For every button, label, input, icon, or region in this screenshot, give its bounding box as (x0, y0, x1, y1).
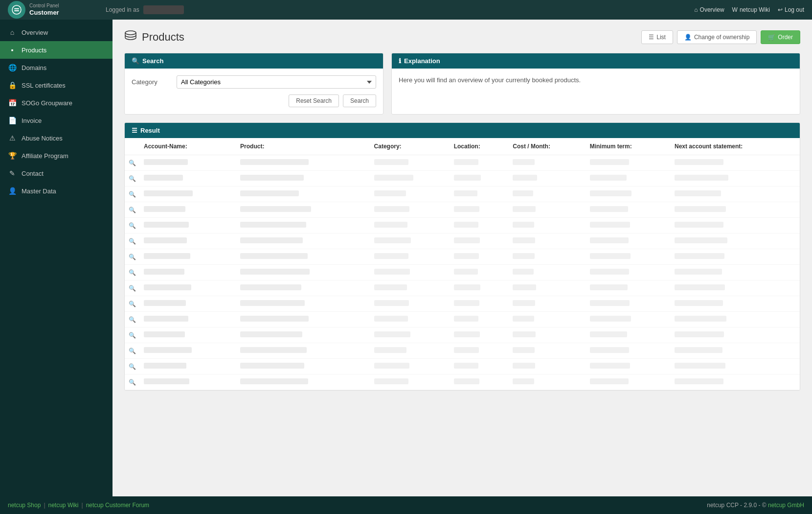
list-button[interactable]: ☰ List (641, 30, 673, 44)
col-icon (125, 138, 140, 155)
table-row: 🔍 (125, 249, 800, 265)
row-product (236, 171, 370, 187)
row-search-icon[interactable]: 🔍 (125, 296, 140, 312)
main-content: Products ☰ List 👤 Change of ownership 🛒 … (113, 20, 812, 496)
row-search-icon[interactable]: 🔍 (125, 249, 140, 265)
reset-search-button[interactable]: Reset Search (289, 94, 339, 107)
row-next-statement (671, 312, 800, 327)
row-minimum-term (586, 218, 671, 234)
overview-link[interactable]: ⌂ Overview (694, 6, 724, 13)
row-minimum-term (586, 343, 671, 359)
explanation-panel-header: ℹ Explanation (392, 53, 800, 69)
sidebar-item-products[interactable]: ▪Products (0, 41, 113, 59)
logout-link[interactable]: ↩ Log out (778, 6, 804, 13)
top-navbar: Control Panel Customer Logged in as ⌂ Ov… (0, 0, 812, 20)
row-category (370, 343, 450, 359)
sidebar-icon-contact: ✎ (8, 169, 17, 177)
content-row: 🔍 Search Category All CategoriesvServerW… (124, 53, 800, 115)
page-actions: ☰ List 👤 Change of ownership 🛒 Order (641, 30, 800, 44)
row-search-icon[interactable]: 🔍 (125, 343, 140, 359)
table-row: 🔍 (125, 280, 800, 296)
sidebar-label-products: Products (22, 47, 46, 54)
row-product (236, 155, 370, 171)
row-minimum-term (586, 187, 671, 202)
row-location (450, 280, 509, 296)
row-category (370, 187, 450, 202)
row-account-name (140, 327, 236, 343)
row-search-icon[interactable]: 🔍 (125, 155, 140, 171)
row-category (370, 312, 450, 327)
footer-copyright: netcup CCP - 2.9.0 - © netcup GmbH (707, 502, 804, 509)
search-button[interactable]: Search (343, 94, 376, 107)
brand-text: Control Panel Customer (29, 3, 59, 17)
table-row: 🔍 (125, 359, 800, 374)
row-next-statement (671, 327, 800, 343)
result-panel: ☰ Result Account-Name: Product: Category… (124, 122, 800, 391)
sidebar-item-ssl[interactable]: 🔒SSL certificates (0, 76, 113, 94)
footer-sep-1: | (44, 502, 45, 509)
row-category (370, 249, 450, 265)
footer-company-link[interactable]: netcup GmbH (768, 502, 804, 509)
footer-sep-2: | (82, 502, 83, 509)
row-next-statement (671, 265, 800, 280)
row-cost-month (509, 296, 586, 312)
row-cost-month (509, 343, 586, 359)
row-minimum-term (586, 296, 671, 312)
sidebar-item-sogo[interactable]: 📅SOGo Groupware (0, 94, 113, 112)
row-product (236, 374, 370, 390)
row-search-icon[interactable]: 🔍 (125, 218, 140, 234)
row-search-icon[interactable]: 🔍 (125, 374, 140, 390)
category-select[interactable]: All CategoriesvServerWebhostingDomainsSS… (177, 75, 376, 89)
sidebar-item-masterdata[interactable]: 👤Master Data (0, 182, 113, 200)
row-product (236, 187, 370, 202)
table-row: 🔍 (125, 218, 800, 234)
row-next-statement (671, 155, 800, 171)
svg-rect-2 (14, 10, 19, 11)
footer-shop-link[interactable]: netcup Shop (8, 502, 41, 509)
sidebar-icon-masterdata: 👤 (8, 187, 17, 195)
row-search-icon[interactable]: 🔍 (125, 359, 140, 374)
row-next-statement (671, 343, 800, 359)
result-table: Account-Name: Product: Category: Locatio… (125, 138, 800, 390)
brand-icon (8, 1, 25, 19)
col-cost-month: Cost / Month: (509, 138, 586, 155)
sidebar-item-domains[interactable]: 🌐Domains (0, 59, 113, 76)
page-title-icon (124, 29, 137, 45)
sidebar-item-affiliate[interactable]: 🏆Affiliate Program (0, 147, 113, 164)
row-location (450, 312, 509, 327)
home-icon: ⌂ (694, 6, 698, 13)
wiki-link[interactable]: W netcup Wiki (732, 6, 770, 13)
row-search-icon[interactable]: 🔍 (125, 280, 140, 296)
row-category (370, 202, 450, 218)
row-location (450, 234, 509, 249)
row-search-icon[interactable]: 🔍 (125, 187, 140, 202)
row-search-icon[interactable]: 🔍 (125, 265, 140, 280)
change-ownership-button[interactable]: 👤 Change of ownership (677, 30, 757, 44)
footer: netcup Shop | netcup Wiki | netcup Custo… (0, 496, 812, 514)
sidebar-item-overview[interactable]: ⌂Overview (0, 23, 113, 41)
info-icon: ℹ (399, 57, 401, 65)
row-minimum-term (586, 265, 671, 280)
row-search-icon[interactable]: 🔍 (125, 312, 140, 327)
sidebar-item-invoice[interactable]: 📄Invoice (0, 112, 113, 129)
order-button[interactable]: 🛒 Order (761, 30, 800, 44)
sidebar-item-contact[interactable]: ✎Contact (0, 164, 113, 182)
sidebar-label-abuse: Abuse Notices (22, 135, 63, 142)
table-row: 🔍 (125, 202, 800, 218)
result-table-head: Account-Name: Product: Category: Locatio… (125, 138, 800, 155)
footer-forum-link[interactable]: netcup Customer Forum (86, 502, 149, 509)
sidebar-item-abuse[interactable]: ⚠Abuse Notices (0, 129, 113, 147)
row-product (236, 249, 370, 265)
row-category (370, 359, 450, 374)
row-next-statement (671, 296, 800, 312)
top-nav-right: ⌂ Overview W netcup Wiki ↩ Log out (694, 6, 804, 13)
row-product (236, 265, 370, 280)
row-search-icon[interactable]: 🔍 (125, 202, 140, 218)
sidebar-label-contact: Contact (22, 170, 44, 177)
table-row: 🔍 (125, 187, 800, 202)
row-search-icon[interactable]: 🔍 (125, 327, 140, 343)
row-search-icon[interactable]: 🔍 (125, 234, 140, 249)
footer-wiki-link[interactable]: netcup Wiki (48, 502, 79, 509)
row-search-icon[interactable]: 🔍 (125, 171, 140, 187)
row-product (236, 343, 370, 359)
